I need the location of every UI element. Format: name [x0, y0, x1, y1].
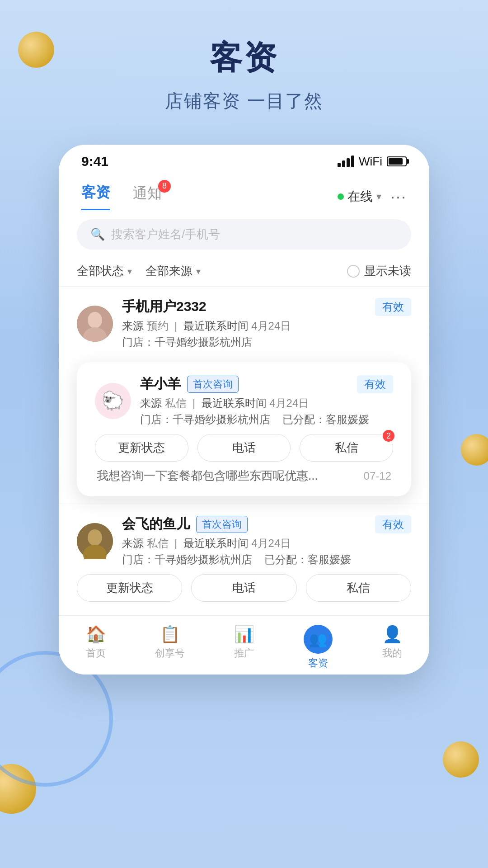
nav-item-chuanghao[interactable]: 📋 创享号	[133, 625, 207, 670]
nav-label-keji: 客资	[308, 656, 328, 670]
customer-status-tag-1: 有效	[375, 298, 411, 316]
battery-icon	[387, 156, 407, 166]
customer-meta-1: 来源 预约 | 最近联系时间 4月24日	[122, 319, 411, 333]
private-msg-button-fish[interactable]: 私信	[306, 574, 411, 602]
customer-header-1: 手机用户2332 有效 来源 预约 | 最近联系时间 4月24日 门店：千寻婚纱…	[77, 297, 411, 349]
customer-name-fish: 会飞的鱼儿	[122, 515, 190, 533]
expanded-card-yangxiaoyang[interactable]: 🐑 羊小羊 首次咨询 有效 来源 私信 | 最近联系时间 4月24日 门店：千寻…	[77, 362, 411, 496]
app-tabs: 客资 通知 8 在线 ▾ ···	[59, 174, 429, 210]
phone-mockup: 9:41 WiFi 客资 通知 8 在线 ▾	[59, 145, 429, 675]
promotion-icon: 📊	[234, 625, 254, 644]
search-icon: 🔍	[90, 227, 105, 241]
nav-item-keji[interactable]: 👥 客资	[281, 625, 355, 670]
customer-item-3[interactable]: 会飞的鱼儿 首次咨询 有效 来源 私信 | 最近联系时间 4月24日 门店：千寻…	[59, 504, 429, 606]
online-dot	[338, 193, 344, 200]
nav-item-mine[interactable]: 👤 我的	[355, 625, 429, 670]
decorative-ball-top-left	[18, 32, 54, 68]
signal-icon	[338, 156, 354, 167]
status-icons: WiFi	[338, 155, 407, 169]
toggle-circle-icon	[347, 265, 360, 278]
status-time: 9:41	[81, 154, 108, 169]
customer-name-1: 手机用户2332	[122, 297, 206, 316]
avatar-fish	[77, 523, 113, 559]
online-status[interactable]: 在线 ▾	[338, 188, 381, 205]
status-tag-yang: 有效	[357, 375, 393, 393]
keji-nav-icon: 👥	[309, 631, 327, 648]
search-placeholder-text: 搜索客户姓名/手机号	[111, 226, 220, 242]
expanded-card-wrapper: 🐑 羊小羊 首次咨询 有效 来源 私信 | 最近联系时间 4月24日 门店：千寻…	[59, 362, 429, 496]
nav-label-promotion: 推广	[234, 646, 254, 660]
nav-label-mine: 我的	[382, 646, 402, 660]
first-consult-tag-yang: 首次咨询	[187, 376, 239, 393]
nav-item-promotion[interactable]: 📊 推广	[207, 625, 281, 670]
tab-right-actions: 在线 ▾ ···	[338, 187, 407, 206]
search-bar[interactable]: 🔍 搜索客户姓名/手机号	[77, 219, 411, 250]
decorative-ball-right	[461, 434, 488, 466]
customer-header-yang: 🐑 羊小羊 首次咨询 有效 来源 私信 | 最近联系时间 4月24日 门店：千寻…	[95, 375, 393, 427]
nav-label-home: 首页	[86, 646, 106, 660]
customer-meta-yang: 来源 私信 | 最近联系时间 4月24日	[140, 396, 393, 410]
customer-info-yang: 羊小羊 首次咨询 有效 来源 私信 | 最近联系时间 4月24日 门店：千寻婚纱…	[140, 375, 393, 427]
decorative-ball-bottom-right	[443, 741, 479, 778]
keji-active-circle: 👥	[304, 625, 333, 654]
more-button[interactable]: ···	[390, 187, 407, 206]
last-message-text-yang: 我想咨询一下套餐都包含哪些东西呢优惠...	[97, 468, 364, 484]
action-buttons-yang: 更新状态 电话 私信 2	[95, 434, 393, 462]
page-header: 客资 店铺客资 一目了然	[0, 0, 488, 113]
svg-point-1	[88, 312, 102, 328]
mine-icon: 👤	[382, 625, 403, 644]
first-consult-tag-fish: 首次咨询	[196, 516, 248, 533]
update-status-button-yang[interactable]: 更新状态	[95, 434, 188, 462]
page-title: 客资	[0, 36, 488, 80]
tab-notice[interactable]: 通知 8	[133, 184, 162, 210]
filter-source-button[interactable]: 全部来源 ▾	[145, 263, 201, 279]
update-status-button-fish[interactable]: 更新状态	[77, 574, 182, 602]
last-message-time-yang: 07-12	[364, 470, 391, 482]
filter-status-arrow: ▾	[127, 266, 132, 277]
chuanghao-icon: 📋	[160, 625, 180, 644]
action-buttons-fish: 更新状态 电话 私信	[77, 574, 411, 602]
svg-point-4	[88, 529, 102, 546]
unread-toggle[interactable]: 显示未读	[347, 263, 411, 279]
notice-badge: 8	[158, 180, 171, 193]
page-subtitle: 店铺客资 一目了然	[0, 89, 488, 113]
customer-header-fish: 会飞的鱼儿 首次咨询 有效 来源 私信 | 最近联系时间 4月24日 门店：千寻…	[77, 515, 411, 567]
nav-item-home[interactable]: 🏠 首页	[59, 625, 133, 670]
status-bar: 9:41 WiFi	[59, 145, 429, 174]
home-icon: 🏠	[86, 625, 106, 644]
private-msg-badge-yang: 2	[383, 430, 394, 442]
customer-store-fish: 门店：千寻婚纱摄影杭州店 已分配：客服媛媛	[122, 552, 411, 567]
private-msg-button-yang[interactable]: 私信 2	[300, 434, 393, 462]
avatar-yang: 🐑	[95, 383, 131, 419]
customer-info-fish: 会飞的鱼儿 首次咨询 有效 来源 私信 | 最近联系时间 4月24日 门店：千寻…	[122, 515, 411, 567]
phone-button-fish[interactable]: 电话	[191, 574, 296, 602]
last-message-row-yang: 我想咨询一下套餐都包含哪些东西呢优惠... 07-12	[95, 468, 393, 484]
customer-name-yang: 羊小羊	[140, 375, 181, 393]
tab-keji[interactable]: 客资	[81, 183, 110, 210]
customer-item-1[interactable]: 手机用户2332 有效 来源 预约 | 最近联系时间 4月24日 门店：千寻婚纱…	[59, 286, 429, 367]
phone-button-yang[interactable]: 电话	[197, 434, 291, 462]
filter-source-arrow: ▾	[196, 266, 201, 277]
status-tag-fish: 有效	[375, 515, 411, 533]
avatar-1	[77, 306, 113, 342]
customer-store-1: 门店：千寻婚纱摄影杭州店	[122, 335, 411, 349]
nav-label-chuanghao: 创享号	[155, 646, 185, 660]
bottom-nav: 🏠 首页 📋 创享号 📊 推广 👥 客资 👤 我的	[59, 615, 429, 675]
customer-info-1: 手机用户2332 有效 来源 预约 | 最近联系时间 4月24日 门店：千寻婚纱…	[122, 297, 411, 349]
wifi-icon: WiFi	[359, 155, 382, 169]
customer-meta-fish: 来源 私信 | 最近联系时间 4月24日	[122, 536, 411, 551]
customer-store-yang: 门店：千寻婚纱摄影杭州店 已分配：客服媛媛	[140, 412, 393, 427]
filter-row: 全部状态 ▾ 全部来源 ▾ 显示未读	[59, 259, 429, 286]
filter-status-button[interactable]: 全部状态 ▾	[77, 263, 132, 279]
